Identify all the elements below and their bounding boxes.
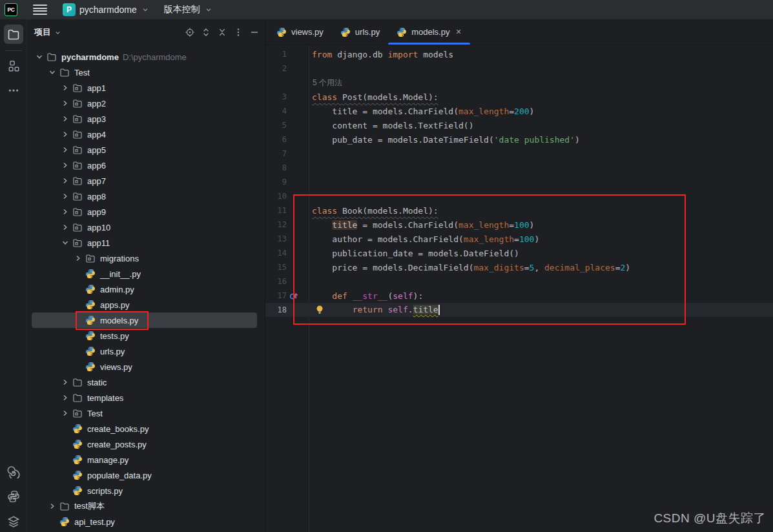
tree-item-label: app3 xyxy=(87,114,106,124)
code-text[interactable]: publication_date = models.DateField() xyxy=(309,249,519,258)
hide-panel-button[interactable] xyxy=(249,27,260,37)
chevron-right-icon[interactable] xyxy=(60,176,70,186)
lightbulb-icon[interactable] xyxy=(314,305,325,315)
tree-item-api_test.py[interactable]: api_test.py xyxy=(28,514,265,529)
tree-item-tests.py[interactable]: tests.py xyxy=(28,328,265,343)
tree-item-app4[interactable]: app4 xyxy=(28,127,265,142)
tree-item-app2[interactable]: app2 xyxy=(28,96,265,111)
tree-item-test脚本[interactable]: test脚本 xyxy=(28,498,265,514)
code-line: 17 def __str__(self): xyxy=(265,289,773,303)
inlay-text[interactable]: 5 个用法 xyxy=(309,77,342,88)
tab-urls.py[interactable]: urls.py xyxy=(332,19,388,45)
tree-item-Test[interactable]: Test xyxy=(28,65,265,80)
tree-item-templates[interactable]: templates xyxy=(28,390,265,405)
code-text[interactable]: class Book(models.Model): xyxy=(309,206,438,216)
tree-item-migrations[interactable]: migrations xyxy=(28,251,265,266)
code-text[interactable]: price = models.DecimalField(max_digits=5… xyxy=(309,263,630,272)
chevron-down-icon[interactable] xyxy=(60,238,70,248)
tab-views.py[interactable]: views.py xyxy=(268,19,332,45)
vcs-widget[interactable]: 版本控制 xyxy=(160,2,217,17)
tree-item-models.py[interactable]: models.py xyxy=(28,312,265,328)
tree-item-label: tests.py xyxy=(100,331,129,341)
code-text[interactable]: author = models.CharField(max_length=100… xyxy=(309,234,539,244)
code-text[interactable]: title = models.CharField(max_length=200) xyxy=(309,107,534,116)
chevron-right-icon[interactable] xyxy=(60,393,70,403)
options-menu-button[interactable] xyxy=(233,27,243,37)
tree-item-app7[interactable]: app7 xyxy=(28,173,265,189)
tree-item-Test[interactable]: Test xyxy=(28,405,265,421)
tree-item-__init__.py[interactable]: __init__.py xyxy=(28,266,265,281)
override-method-icon[interactable] xyxy=(289,291,299,301)
code-text[interactable]: content = models.TextField() xyxy=(309,121,473,130)
services-button[interactable] xyxy=(4,511,23,531)
chevron-right-icon[interactable] xyxy=(60,377,70,387)
tree-item-app9[interactable]: app9 xyxy=(28,204,265,220)
tab-models.py[interactable]: models.py✕ xyxy=(388,19,469,45)
project-panel-title[interactable]: 项目 xyxy=(32,25,65,39)
python-console-button[interactable] xyxy=(4,462,23,482)
python-file-icon xyxy=(85,269,96,279)
python-packages-button[interactable] xyxy=(4,487,23,506)
project-widget[interactable]: P pycharmdome xyxy=(59,1,154,18)
line-number: 3 xyxy=(265,92,287,101)
code-text[interactable]: from django.db import models xyxy=(309,50,453,59)
chevron-down-icon[interactable] xyxy=(34,52,45,62)
pycharm-logo-icon: PC xyxy=(5,3,17,16)
tree-item-scripts.py[interactable]: scripts.py xyxy=(28,483,265,498)
tree-item-app5[interactable]: app5 xyxy=(28,142,265,158)
tree-item-manage.py[interactable]: manage.py xyxy=(28,452,265,467)
tree-item-admin.py[interactable]: admin.py xyxy=(28,281,265,297)
tree-item-populate_data.py[interactable]: populate_data.py xyxy=(28,467,265,483)
tree-item-app8[interactable]: app8 xyxy=(28,189,265,204)
tree-item-apps.py[interactable]: apps.py xyxy=(28,297,265,312)
project-panel-header: 项目 xyxy=(28,19,265,45)
code-text[interactable]: title = models.CharField(max_length=100) xyxy=(309,220,534,230)
chevron-right-icon[interactable] xyxy=(60,160,70,170)
tree-item-pycharmdome[interactable]: pycharmdomeD:\pycharmdome xyxy=(28,49,265,65)
collapse-all-button[interactable] xyxy=(217,27,227,37)
chevron-right-icon[interactable] xyxy=(60,129,70,139)
chevron-right-icon[interactable] xyxy=(60,98,70,108)
locate-file-button[interactable] xyxy=(185,27,195,37)
main-menu-icon[interactable] xyxy=(33,5,47,15)
chevron-right-icon[interactable] xyxy=(60,83,70,93)
more-tool-windows-button[interactable] xyxy=(4,81,23,100)
tree-item-app3[interactable]: app3 xyxy=(28,111,265,127)
tree-item-app11[interactable]: app11 xyxy=(28,235,265,251)
code-line: 9 xyxy=(265,175,773,189)
chevron-right-icon[interactable] xyxy=(60,222,70,232)
tree-item-app10[interactable]: app10 xyxy=(28,220,265,235)
line-number: 6 xyxy=(265,135,287,144)
tree-item-create_books.py[interactable]: create_books.py xyxy=(28,421,265,436)
chevron-right-icon[interactable] xyxy=(60,191,70,201)
structure-tool-button[interactable] xyxy=(4,56,23,76)
tree-item-static[interactable]: static xyxy=(28,374,265,390)
expand-all-button[interactable] xyxy=(201,27,211,37)
tree-item-create_posts.py[interactable]: create_posts.py xyxy=(28,436,265,452)
tab-close-icon[interactable]: ✕ xyxy=(455,28,461,36)
chevron-right-icon[interactable] xyxy=(60,408,70,418)
project-tool-button[interactable] xyxy=(4,25,23,44)
chevron-right-icon[interactable] xyxy=(60,207,70,217)
code-text[interactable]: def __str__(self): xyxy=(309,291,423,301)
chevron-down-icon[interactable] xyxy=(47,67,57,77)
chevron-right-icon[interactable] xyxy=(73,253,83,263)
chevron-right-icon[interactable] xyxy=(60,114,70,124)
project-tree: pycharmdomeD:\pycharmdomeTestapp1app2app… xyxy=(28,45,265,529)
python-file-icon xyxy=(276,27,287,37)
tree-item-label: views.py xyxy=(100,362,132,372)
code-text[interactable]: pub_date = models.DateTimeField('date pu… xyxy=(309,135,580,145)
code-text[interactable]: return self.title xyxy=(309,305,440,316)
chevron-right-icon[interactable] xyxy=(60,145,70,155)
code-text[interactable]: class Post(models.Model): xyxy=(309,92,438,102)
python-file-icon xyxy=(72,439,83,449)
tree-item-app6[interactable]: app6 xyxy=(28,158,265,173)
tree-item-label: models.py xyxy=(100,316,138,325)
code-editor[interactable]: 1from django.db import models25 个用法3clas… xyxy=(265,45,773,532)
chevron-right-icon[interactable] xyxy=(47,501,57,511)
tree-item-app1[interactable]: app1 xyxy=(28,80,265,96)
tree-item-urls.py[interactable]: urls.py xyxy=(28,343,265,359)
line-number: 13 xyxy=(265,234,287,243)
tree-item-label: manage.py xyxy=(87,455,129,465)
tree-item-views.py[interactable]: views.py xyxy=(28,359,265,374)
